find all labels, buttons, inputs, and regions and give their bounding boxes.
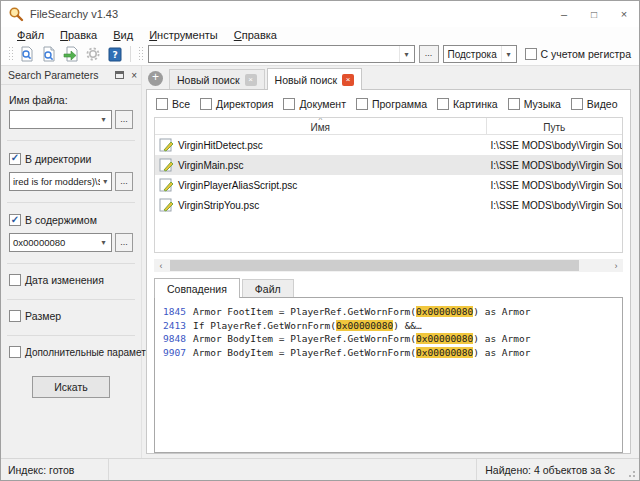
- menu-edit[interactable]: Правка: [52, 29, 105, 41]
- match-line[interactable]: 9907Armor BodyItem = PlayerRef.GetWornFo…: [159, 346, 618, 360]
- tab-close-icon[interactable]: ×: [342, 74, 354, 86]
- filter-music-checkbox[interactable]: Музыка: [508, 98, 561, 110]
- checkbox-box: [9, 214, 21, 226]
- highlight: 0x00000080: [416, 333, 473, 344]
- script-file-icon: [159, 158, 174, 172]
- scroll-left-icon[interactable]: ‹: [154, 261, 168, 271]
- result-row[interactable]: VirginStripYou.psc I:\SSE MODS\body\Virg…: [155, 195, 622, 215]
- date-modified-checkbox[interactable]: Дата изменения: [9, 274, 104, 286]
- menu-bar: Файл Правка Вид Инструменты Справка: [1, 27, 639, 43]
- filter-image-checkbox[interactable]: Картинка: [437, 98, 498, 110]
- directory-input[interactable]: ired is for modders)\Source ▾: [9, 172, 112, 191]
- tab-new-search-2[interactable]: Новый поиск ×: [267, 68, 363, 90]
- filter-video-checkbox[interactable]: Видео: [571, 98, 618, 110]
- column-name[interactable]: ^ Имя: [155, 118, 487, 134]
- menu-help[interactable]: Справка: [226, 29, 285, 41]
- checkbox-box: [525, 48, 537, 60]
- panel-title: Search Parameters: [8, 69, 115, 81]
- checkbox-box: [9, 310, 21, 322]
- new-search-button[interactable]: [16, 44, 38, 64]
- open-search-button[interactable]: [38, 44, 60, 64]
- toolbar: ? ▾ ... Подстрока ▾ С учетом регистра: [1, 43, 639, 66]
- extra-params-checkbox[interactable]: Дополнительные параметры: [9, 346, 158, 358]
- content-input[interactable]: 0x00000080 ▾: [9, 233, 112, 252]
- pin-icon[interactable]: [115, 71, 124, 79]
- tab-file[interactable]: Файл: [242, 279, 294, 297]
- results-header: ^ Имя Путь: [155, 118, 622, 135]
- export-icon: [63, 46, 79, 62]
- divider: [7, 335, 135, 336]
- export-button[interactable]: [60, 44, 82, 64]
- results-list: ^ Имя Путь VirginHitDetect.psc I:\SSE MO…: [154, 117, 623, 253]
- content-browse-button[interactable]: ...: [115, 233, 133, 252]
- close-button[interactable]: ×: [609, 1, 639, 27]
- filter-program-checkbox[interactable]: Программа: [356, 98, 427, 110]
- divider: [7, 140, 135, 141]
- panel-close-icon[interactable]: ×: [131, 70, 137, 81]
- chevron-down-icon: ▾: [501, 46, 516, 62]
- case-sensitive-checkbox[interactable]: С учетом регистра: [525, 48, 632, 60]
- script-file-icon: [159, 198, 174, 212]
- match-line[interactable]: 9848Armor BodyItem = PlayerRef.GetWornFo…: [159, 332, 618, 346]
- result-row-selected[interactable]: VirginMain.psc I:\SSE MODS\body\Virgin S…: [155, 155, 622, 175]
- match-line[interactable]: 2413If PlayerRef.GetWornForm(0x00000080)…: [159, 319, 618, 333]
- match-preview[interactable]: 1845Armor FootItem = PlayerRef.GetWornFo…: [154, 297, 623, 453]
- chevron-down-icon[interactable]: ▾: [96, 234, 111, 251]
- column-path[interactable]: Путь: [487, 118, 622, 134]
- in-content-checkbox[interactable]: В содержимом: [9, 214, 97, 226]
- search-browse-button[interactable]: ...: [419, 45, 439, 63]
- index-status: Индекс: готов: [1, 459, 109, 480]
- scroll-right-icon[interactable]: ›: [609, 261, 623, 271]
- settings-button[interactable]: [82, 44, 104, 64]
- app-icon: [8, 6, 24, 22]
- search-input[interactable]: ▾: [148, 45, 415, 63]
- match-line[interactable]: 1845Armor FootItem = PlayerRef.GetWornFo…: [159, 305, 618, 319]
- chevron-down-icon[interactable]: ▾: [100, 173, 111, 190]
- matches-tabbar: Совпадения Файл: [154, 277, 623, 297]
- in-directory-checkbox[interactable]: В директории: [9, 153, 91, 165]
- add-tab-button[interactable]: +: [148, 71, 163, 86]
- main-area: + Новый поиск × Новый поиск × Все Директ…: [142, 66, 639, 458]
- horizontal-scrollbar[interactable]: ‹ ›: [154, 259, 623, 272]
- result-row[interactable]: VirginPlayerAliasScript.psc I:\SSE MODS\…: [155, 175, 622, 195]
- divider: [7, 263, 135, 264]
- search-button[interactable]: Искать: [32, 376, 110, 398]
- match-mode-select[interactable]: Подстрока ▾: [443, 45, 517, 63]
- open-search-icon: [41, 46, 57, 62]
- search-gripper[interactable]: [138, 46, 143, 62]
- scrollbar-track[interactable]: [168, 259, 609, 272]
- size-checkbox[interactable]: Размер: [9, 310, 61, 322]
- panel-header: Search Parameters ×: [1, 66, 141, 85]
- menu-view[interactable]: Вид: [105, 29, 141, 41]
- script-file-icon: [159, 178, 174, 192]
- toolbar-separator: [130, 46, 131, 62]
- tab-matches[interactable]: Совпадения: [154, 278, 240, 298]
- resize-grip[interactable]: [623, 465, 637, 479]
- minimize-button[interactable]: –: [549, 1, 579, 27]
- filename-browse-button[interactable]: ...: [115, 110, 133, 129]
- title-bar: FileSearchy v1.43 – □ ×: [1, 1, 639, 27]
- divider: [7, 202, 135, 203]
- help-button[interactable]: ?: [104, 44, 126, 64]
- maximize-button[interactable]: □: [579, 1, 609, 27]
- type-filter-row: Все Директория Документ Программа Картин…: [156, 98, 623, 110]
- search-parameters-panel: Search Parameters × Имя файла: ▾ ... В д…: [1, 66, 142, 458]
- svg-text:?: ?: [112, 50, 117, 60]
- tab-new-search-1[interactable]: Новый поиск ×: [169, 69, 265, 89]
- filename-input[interactable]: ▾: [9, 110, 112, 129]
- directory-browse-button[interactable]: ...: [115, 172, 133, 191]
- help-icon: ?: [108, 47, 122, 62]
- chevron-down-icon[interactable]: ▾: [399, 46, 414, 62]
- filter-all-checkbox[interactable]: Все: [156, 98, 190, 110]
- scrollbar-thumb[interactable]: [170, 260, 579, 271]
- filter-document-checkbox[interactable]: Документ: [283, 98, 346, 110]
- menu-tools[interactable]: Инструменты: [141, 29, 226, 41]
- filter-directory-checkbox[interactable]: Директория: [200, 98, 273, 110]
- toolbar-gripper[interactable]: [8, 46, 13, 62]
- result-row[interactable]: VirginHitDetect.psc I:\SSE MODS\body\Vir…: [155, 135, 622, 155]
- highlight: 0x00000080: [416, 306, 473, 317]
- chevron-down-icon[interactable]: ▾: [96, 111, 111, 128]
- menu-file[interactable]: Файл: [9, 29, 52, 41]
- tab-close-icon[interactable]: ×: [245, 74, 257, 86]
- panel-body: Имя файла: ▾ ... В директории ired is fo…: [1, 85, 141, 398]
